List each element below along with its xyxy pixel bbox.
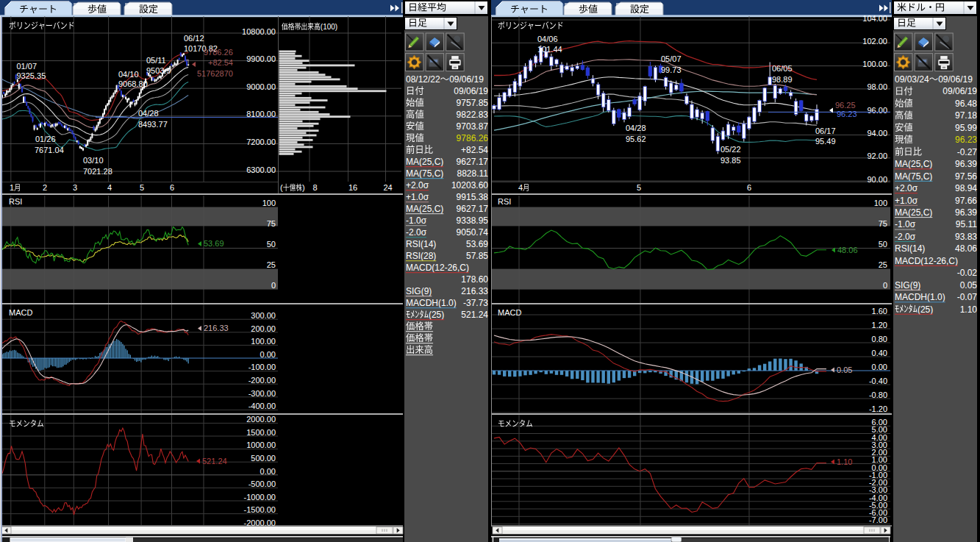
svg-text:+82.54: +82.54 — [461, 145, 488, 155]
svg-text:0.40: 0.40 — [872, 349, 887, 357]
svg-text:95.11: 95.11 — [956, 219, 977, 229]
svg-text:95.62: 95.62 — [626, 135, 646, 143]
svg-text:100.00: 100.00 — [862, 60, 887, 68]
svg-text:96.48: 96.48 — [955, 99, 977, 109]
svg-text:3: 3 — [73, 183, 77, 192]
svg-text:+82.54: +82.54 — [208, 58, 233, 67]
svg-text:96.00: 96.00 — [867, 106, 887, 115]
svg-text:0.00: 0.00 — [260, 350, 276, 359]
svg-text:97.56: 97.56 — [955, 171, 977, 182]
svg-text:MACDH(1.0): MACDH(1.0) — [406, 298, 457, 308]
svg-text:16: 16 — [348, 183, 357, 192]
svg-text:200.00: 200.00 — [251, 324, 276, 333]
svg-text:1.10: 1.10 — [837, 457, 852, 466]
svg-text:-0.07: -0.07 — [957, 292, 978, 302]
svg-text:521.24: 521.24 — [461, 310, 488, 320]
svg-text:95.99: 95.99 — [955, 123, 977, 133]
svg-text:9900.00: 9900.00 — [246, 54, 276, 63]
svg-text:-100.00: -100.00 — [248, 363, 276, 371]
svg-text:06/05: 06/05 — [772, 64, 793, 73]
svg-text:(25): (25) — [429, 310, 444, 320]
svg-text:0.80: 0.80 — [872, 335, 887, 343]
svg-text:MA(25,C): MA(25,C) — [895, 159, 932, 169]
svg-text:9786.26: 9786.26 — [204, 48, 233, 57]
svg-text:9338.95: 9338.95 — [457, 215, 489, 226]
svg-text:92.00: 92.00 — [867, 151, 887, 160]
svg-text:98.89: 98.89 — [772, 75, 793, 84]
svg-text:7200.00: 7200.00 — [246, 138, 276, 146]
svg-text:04/06: 04/06 — [537, 35, 558, 43]
svg-text:0: 0 — [883, 281, 887, 290]
svg-text:9703.87: 9703.87 — [457, 121, 489, 132]
svg-text:94.00: 94.00 — [867, 129, 887, 138]
svg-text:10203.60: 10203.60 — [451, 180, 488, 190]
svg-text:(: ( — [280, 183, 283, 192]
svg-text:0.05: 0.05 — [837, 366, 852, 374]
svg-text:09/06/19: 09/06/19 — [454, 86, 488, 96]
svg-text:216.33: 216.33 — [461, 286, 488, 296]
svg-text:1500.00: 1500.00 — [246, 428, 276, 437]
svg-text:97.66: 97.66 — [955, 196, 977, 206]
svg-text:9068.80: 9068.80 — [118, 79, 148, 88]
svg-text:0: 0 — [271, 281, 276, 290]
svg-text:2000.00: 2000.00 — [246, 415, 276, 424]
svg-text:93.85: 93.85 — [720, 156, 741, 165]
svg-text:SIG(9): SIG(9) — [406, 286, 432, 296]
svg-text:09/06/19: 09/06/19 — [943, 86, 977, 96]
svg-text:-1.20: -1.20 — [869, 404, 887, 413]
svg-text:04/28: 04/28 — [626, 124, 646, 132]
svg-text:-500.00: -500.00 — [248, 479, 276, 488]
svg-text:51762870: 51762870 — [197, 69, 233, 78]
svg-text:MACD(12-26,C): MACD(12-26,C) — [895, 256, 958, 266]
svg-text:8828.11: 8828.11 — [457, 168, 489, 179]
svg-text:9757.85: 9757.85 — [457, 98, 489, 108]
svg-text:1.60: 1.60 — [872, 307, 887, 315]
svg-text:MACD: MACD — [498, 308, 521, 317]
svg-text:9627.17: 9627.17 — [457, 204, 489, 214]
svg-text:4: 4 — [518, 183, 523, 192]
svg-text:178.60: 178.60 — [461, 274, 488, 285]
svg-text:9822.83: 9822.83 — [457, 110, 489, 120]
svg-text:521.24: 521.24 — [202, 457, 227, 466]
svg-text:MA(25,C): MA(25,C) — [406, 157, 443, 167]
svg-text:-1.0σ: -1.0σ — [406, 215, 427, 226]
svg-text:08/12/22: 08/12/22 — [406, 74, 440, 85]
svg-text:+2.0σ: +2.0σ — [406, 180, 429, 190]
svg-text:7021.28: 7021.28 — [83, 167, 112, 176]
svg-text:99.73: 99.73 — [661, 65, 682, 74]
svg-text:48.06: 48.06 — [955, 243, 977, 254]
svg-text:25: 25 — [879, 260, 887, 269]
svg-text:50: 50 — [879, 240, 887, 249]
svg-text:4: 4 — [107, 183, 112, 192]
svg-text:100: 100 — [262, 199, 276, 207]
svg-text:5: 5 — [140, 183, 144, 192]
svg-text:96.23: 96.23 — [955, 135, 977, 145]
svg-text:MA(25,C): MA(25,C) — [895, 207, 932, 218]
svg-text:-1500.00: -1500.00 — [244, 505, 276, 514]
svg-text:75: 75 — [267, 219, 276, 228]
svg-text:9915.38: 9915.38 — [457, 192, 489, 202]
svg-text:RSI: RSI — [9, 197, 22, 206]
svg-text:RSI(14): RSI(14) — [406, 239, 436, 249]
svg-text:-37.73: -37.73 — [463, 298, 488, 308]
svg-text:-1.0σ: -1.0σ — [895, 219, 916, 229]
svg-text:95.49: 95.49 — [815, 137, 836, 146]
svg-text:MACDH(1.0): MACDH(1.0) — [895, 292, 945, 302]
svg-text:97.18: 97.18 — [955, 110, 977, 121]
svg-text:102.00: 102.00 — [862, 37, 887, 46]
svg-text:6: 6 — [170, 183, 174, 192]
svg-text:RSI(14): RSI(14) — [895, 243, 925, 254]
svg-text:04/28: 04/28 — [138, 109, 159, 118]
svg-text:05/11: 05/11 — [146, 56, 166, 65]
svg-text:25: 25 — [267, 260, 276, 269]
svg-text:MA(75,C): MA(75,C) — [406, 168, 443, 179]
svg-text:9627.17: 9627.17 — [457, 157, 489, 167]
svg-text:98.94: 98.94 — [955, 183, 977, 193]
svg-text:-200.00: -200.00 — [248, 376, 276, 385]
svg-text:MA(75,C): MA(75,C) — [895, 171, 932, 182]
svg-text:0.00: 0.00 — [872, 363, 887, 371]
svg-text:48.06: 48.06 — [837, 246, 858, 254]
svg-text:93.83: 93.83 — [955, 232, 977, 242]
svg-text:+2.0σ: +2.0σ — [895, 183, 918, 193]
svg-text:): ) — [302, 183, 305, 192]
